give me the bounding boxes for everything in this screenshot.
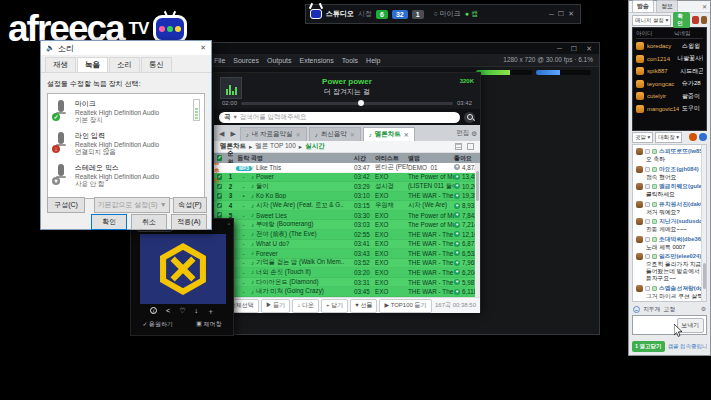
song-title[interactable]: Sweet Lies [256,212,287,219]
song-album[interactable]: THE WAR - The 4th Album [408,288,454,295]
xsplit-menu-item[interactable]: Outputs [267,57,292,64]
manager-icon[interactable] [701,16,707,24]
device-row[interactable]: ✓ 마이크 Realtek High Definition Audio 기본 장… [50,96,202,128]
manager-settings-dropdown[interactable]: 매니저 설정 ▾ [632,15,671,26]
playlist-action-button[interactable]: + 담기 [321,299,348,313]
song-artist[interactable]: EXO [375,192,408,199]
song-album[interactable]: THE WAR - The 4th Album [408,231,454,238]
song-title[interactable]: 부메랑 (Boomerang) [256,220,313,229]
xsplit-menu-item[interactable]: File [214,57,225,64]
chat-window-dropdown[interactable]: 대화창 ▾ [655,132,682,143]
playlist-action-button[interactable]: ▶ 듣기 [261,299,291,313]
row-checkbox[interactable]: ✓ [217,193,223,199]
search-input[interactable]: 곡 ▾ 검색어를 입력해주세요 [219,112,460,123]
viewer-row[interactable]: con1214 나팔꽃사랑 [636,53,703,66]
seek-knob[interactable] [358,100,364,106]
list-view-icon[interactable] [455,143,462,150]
row-checkbox[interactable]: ✓ [217,203,223,209]
playlist-row[interactable]: ✓ 10 - ♪기억을 걷는 밤 (Walk On Mem.. 03:52 EX… [214,259,480,269]
chatter-nickname[interactable]: 초대박써(dbe36) : [659,235,704,244]
search-button[interactable] [464,112,475,123]
search-category-dropdown[interactable]: 곡 [224,113,231,122]
breadcrumb-chart[interactable]: 멜론 TOP 100 [255,142,296,151]
chat-tab[interactable]: 방송 [632,0,654,13]
viewer-row[interactable]: teyongcac 슈가28 [636,78,703,91]
sound-dialog-tab[interactable]: 통신 [141,57,172,72]
like-icon[interactable]: ♥ [454,183,460,189]
recommended-row[interactable]: 맞춤추천 MP3 ♪Like This 03:47 펜타곤 (PENTA.. D… [214,163,480,173]
like-icon[interactable]: ♥ [454,269,460,275]
song-album[interactable]: The Power of Music - Th.. [408,212,454,219]
song-album[interactable]: THE WAR - The 4th Album [408,269,454,276]
song-title[interactable]: Power [256,173,274,180]
song-artist[interactable]: EXO [375,212,408,219]
playlist-row[interactable]: ✓ 2 - ♪둘이 03:29 성시경 (LISTEN 011 둘이) ♥10,… [214,182,480,192]
xsplit-menu-item[interactable]: Tools [342,57,358,64]
song-artist[interactable]: EXO [375,240,408,247]
plus-icon[interactable]: ＋ [207,307,214,317]
song-artist[interactable]: EXO [375,250,408,257]
playlist-row[interactable]: ✓ 6 - ♪부메랑 (Boomerang) 03:03 EXO The Pow… [214,220,480,230]
heart-icon[interactable]: ♡ [179,307,185,317]
ban-user-icon[interactable] [692,16,698,24]
song-title[interactable]: 내가 미쳐 (Going Crazy) [256,287,324,296]
album-window-close-icon[interactable]: ▫ [228,221,230,227]
device-row[interactable]: ↓ 라인 입력 Realtek High Definition Audio 연결… [50,128,202,160]
song-title[interactable]: 너의 손짓 (Touch It) [256,268,311,277]
chatter-nickname[interactable]: 엘금히웨요(gulel790) : [659,182,704,191]
song-album[interactable]: THE WAR - The 4th Album [408,240,454,247]
tabs-prev-arrow[interactable]: ◀ [217,130,226,141]
song-artist[interactable]: EXO [375,288,408,295]
song-album[interactable]: (LISTEN 011 둘이) [408,182,454,191]
xsplit-minimize-button[interactable]: ─ [555,45,564,52]
song-title[interactable]: Forever [256,250,278,257]
row-checkbox[interactable]: ✓ [217,184,223,190]
playlist-row[interactable]: ✓ 11 - ♪너의 손짓 (Touch It) 03:20 EXO THE W… [214,268,480,278]
playlist-row[interactable]: ✓ 3 ▪ ♪Ko Ko Bop 03:10 EXO THE WAR - The… [214,192,480,202]
song-artist[interactable]: EXO [375,173,408,180]
playlist-row[interactable]: ✓ 1 - ♪Power 03:42 EXO The Power of Musi… [214,173,480,183]
chatter-nickname[interactable]: 일즈만(elee024) : [659,252,704,261]
playlist-row[interactable]: ✓ 7 - ♪전야 (前夜) (The Eve) 02:55 EXO THE W… [214,230,480,240]
sound-dialog-close-button[interactable]: ✕ [200,44,206,52]
cancel-button[interactable]: 취소 [131,214,167,230]
like-icon[interactable]: ♥ [454,231,460,237]
song-title[interactable]: 다이아몬드 (Diamond) [256,278,319,287]
like-icon[interactable]: ♥ [454,212,460,218]
sound-dialog-tab[interactable]: 녹음 [77,57,108,72]
viewer-row[interactable]: koredacy 스윙윙 [636,40,703,53]
player-tab[interactable]: ♪ 내 자료음악실 ✕ [240,127,307,141]
song-album[interactable]: THE WAR - The 4th Album [408,250,454,257]
viewer-row[interactable]: cutelyir 팔중이 [636,90,703,103]
pin-button[interactable]: 고정 [663,305,675,314]
like-icon[interactable]: ♥ [454,164,460,170]
tab-close-icon[interactable]: ✕ [350,131,355,138]
gift-icon[interactable] [689,133,697,141]
like-icon[interactable]: ♥ [454,289,460,295]
song-artist[interactable]: EXO [375,231,408,238]
properties-button[interactable]: 속성(P) [173,197,207,213]
chatter-nickname[interactable]: 지난거(sudusdcu) : [659,217,704,226]
cheer-button[interactable]: ✓ 응원하기 [142,320,173,329]
chat-settings-gear-icon[interactable]: ⚙ [701,306,706,312]
chatter-nickname[interactable]: 스엡솔선져랑(dgno721) : [659,284,704,293]
player-tab[interactable]: ♪ 최신음악 ✕ [309,127,361,141]
select-all-checkbox[interactable]: ✓ [217,155,223,161]
chatter-nickname[interactable]: 유치원서진(dak63967) : [659,200,704,209]
song-album[interactable]: THE WAR - The 4th Album [408,279,454,286]
xsplit-menu-item[interactable]: Sources [233,57,259,64]
like-icon[interactable]: ♥ [454,203,460,209]
playlist-action-button[interactable]: ▶ TOP100 듣기 [379,299,431,313]
seek-bar[interactable] [241,102,453,105]
song-title[interactable]: What U do? [256,240,289,247]
eraser-button[interactable]: 지우개 [643,305,660,314]
grid-view-icon[interactable] [467,143,474,150]
playlist-scrollbar[interactable] [475,163,480,297]
like-icon[interactable]: ♥ [454,260,460,266]
chatter-nickname[interactable]: 마요조(gjh084) : [659,165,702,174]
viewer-row[interactable]: spik887 시드래곤 [636,65,703,78]
chatter-nickname[interactable]: 스피또로또(lw857) : [659,147,704,156]
share-icon[interactable]: < [166,307,170,317]
song-album[interactable]: THE WAR - The 4th Album [408,259,454,266]
xsplit-menu-item[interactable]: Extensions [299,57,333,64]
